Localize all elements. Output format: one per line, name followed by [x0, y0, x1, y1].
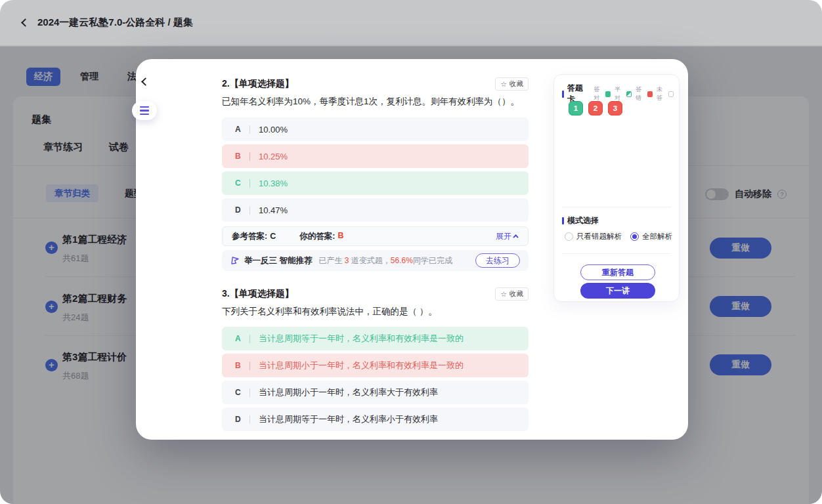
question-number-1[interactable]: 1	[569, 101, 583, 116]
favorite-label: 收藏	[509, 79, 523, 89]
question-column: 2.【单项选择题】 ☆ 收藏 已知年名义利率为10%，每季度计息1次，复利计息。…	[222, 59, 529, 440]
question-header: 2.【单项选择题】 ☆ 收藏	[222, 77, 529, 91]
option-text: 当计息周期小于一年时，名义利率大于有效利率	[259, 387, 438, 398]
option-text: 10.47%	[259, 205, 288, 215]
option-separator	[249, 125, 250, 134]
radio-selected-icon	[630, 232, 639, 241]
list-icon	[140, 106, 149, 116]
question-text: 已知年名义利率为10%，每季度计息1次，复利计息。则年有效利率为（）。	[222, 96, 529, 108]
option-letter: C	[235, 178, 243, 188]
divider	[562, 253, 671, 254]
option-separator	[249, 415, 250, 424]
recommend-text: 已产生 3 道变式题，56.6%同学已完成	[318, 255, 452, 266]
mode-options: 只看错题解析 全部解析	[565, 232, 672, 242]
favorite-button[interactable]: ☆ 收藏	[495, 77, 529, 91]
q3-option-a[interactable]: A 当计息周期等于一年时，名义利率和有效利率是一致的	[222, 327, 529, 350]
option-separator	[249, 206, 250, 215]
question-list-button[interactable]	[132, 101, 157, 120]
option-letter: B	[235, 152, 243, 161]
recommend-title: 举一反三 智能推荐	[244, 255, 312, 266]
option-letter: B	[235, 361, 243, 370]
legend-wrong: 答错	[636, 85, 653, 102]
answer-card: 答题卡 答对 半对 答错 未答 1	[553, 74, 680, 302]
option-separator	[249, 152, 250, 161]
question-number-grid: 1 2 3	[569, 101, 622, 116]
option-separator	[249, 335, 250, 343]
section-bar-icon	[562, 91, 564, 98]
option-separator	[249, 179, 250, 188]
legend-half: 半对	[615, 85, 632, 102]
option-letter: D	[235, 415, 243, 424]
option-text: 当计息周期等于一年时，名义利率和有效利率是一致的	[259, 333, 464, 345]
star-icon: ☆	[500, 80, 507, 89]
next-lecture-button[interactable]: 下一讲	[580, 283, 655, 299]
radio-icon	[565, 232, 573, 241]
option-separator	[249, 362, 250, 370]
quiz-review-modal: 2.【单项选择题】 ☆ 收藏 已知年名义利率为10%，每季度计息1次，复利计息。…	[136, 59, 688, 440]
recommend-bar: 举一反三 智能推荐 已产生 3 道变式题，56.6%同学已完成 去练习	[222, 250, 529, 271]
unanswered-square-icon	[668, 91, 674, 97]
half-square-icon	[626, 91, 632, 97]
q3-option-c[interactable]: C 当计息周期小于一年时，名义利率大于有效利率	[222, 381, 529, 404]
q3-option-b[interactable]: B 当计息周期小于一年时，名义利率和有效利率是一致的	[222, 354, 529, 377]
back-icon	[141, 77, 150, 86]
expand-link[interactable]: 展开	[496, 231, 519, 242]
star-icon: ☆	[500, 290, 507, 299]
completion-percent: 56.6%	[391, 256, 413, 265]
mode-select-title: 模式选择	[567, 215, 599, 226]
q3-option-d[interactable]: D 当计息周期等于一年时，名义利率小于有效利率	[222, 408, 529, 431]
divider	[562, 207, 671, 207]
go-practice-button[interactable]: 去练习	[475, 253, 520, 268]
option-text: 当计息周期等于一年时，名义利率小于有效利率	[259, 413, 438, 425]
variant-count: 3	[345, 256, 349, 265]
reference-answer-label: 参考答案:	[232, 231, 267, 242]
option-letter: D	[235, 205, 243, 215]
legend-unanswered: 未答	[657, 85, 674, 102]
option-letter: C	[235, 388, 243, 397]
chevron-up-icon	[513, 234, 518, 240]
question-heading: 3.【单项选择题】	[222, 288, 294, 300]
mode-select-header: 模式选择	[562, 215, 599, 226]
favorite-label: 收藏	[509, 289, 523, 299]
answer-summary-bar: 参考答案: C 你的答案: B 展开	[222, 226, 529, 246]
question-heading: 2.【单项选择题】	[222, 78, 294, 90]
your-answer-value: B	[337, 231, 343, 242]
reference-answer-value: C	[270, 232, 276, 241]
answer-legend: 答对 半对 答错 未答	[594, 85, 674, 102]
flag-icon	[230, 256, 240, 265]
option-letter: A	[235, 334, 243, 343]
app-window: 2024一建云私塾7.0-公路全科 / 题集 经济 管理 法 题集 章节练习 试…	[0, 0, 822, 504]
option-separator	[249, 388, 250, 397]
wrong-square-icon	[647, 91, 653, 97]
q2-option-c[interactable]: C 10.38%	[222, 171, 529, 195]
question-text: 下列关于名义利率和有效利率说法中，正确的是（ ）。	[222, 306, 529, 318]
your-answer-label: 你的答案:	[299, 231, 335, 242]
modal-back-button[interactable]	[142, 75, 153, 86]
question-number-2[interactable]: 2	[588, 101, 603, 116]
favorite-button[interactable]: ☆ 收藏	[495, 287, 529, 301]
option-letter: A	[235, 125, 243, 134]
question-number-3[interactable]: 3	[608, 101, 622, 116]
legend-correct: 答对	[594, 85, 611, 102]
q2-option-b[interactable]: B 10.25%	[222, 144, 529, 168]
option-text: 当计息周期小于一年时，名义利率和有效利率是一致的	[259, 360, 464, 371]
expand-label: 展开	[496, 231, 511, 242]
section-bar-icon	[562, 217, 564, 224]
option-text: 10.25%	[259, 152, 288, 161]
question-header: 3.【单项选择题】 ☆ 收藏	[222, 287, 529, 301]
q2-option-d[interactable]: D 10.47%	[222, 198, 529, 222]
q2-option-a[interactable]: A 10.00%	[222, 117, 529, 141]
mode-option-all[interactable]: 全部解析	[630, 232, 672, 242]
option-text: 10.00%	[259, 125, 288, 135]
correct-square-icon	[605, 91, 611, 97]
mode-option-wrong-only[interactable]: 只看错题解析	[565, 232, 622, 242]
option-text: 10.38%	[259, 178, 288, 188]
restart-button[interactable]: 重新答题	[580, 264, 655, 280]
